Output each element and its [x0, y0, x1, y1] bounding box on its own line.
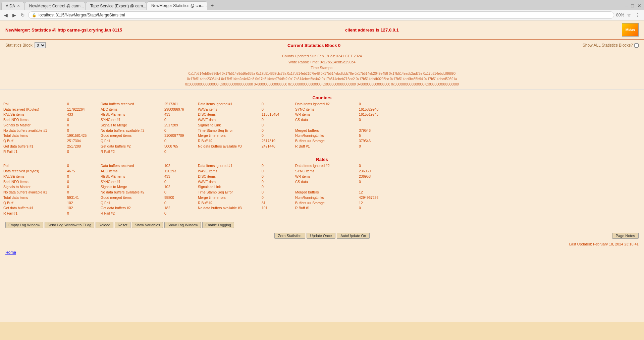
c-empty25 — [392, 149, 466, 155]
c-empty17 — [392, 138, 466, 144]
address-bar-row: ◀ ▶ ↻ 🔒 localhost:8115/NewMerger/Stats/M… — [0, 10, 644, 20]
c-bufstor-lbl: Buffers => Storage — [294, 138, 358, 144]
r-bufstor-val: 12 — [358, 201, 392, 206]
address-bar[interactable]: 🔒 localhost:8115/NewMerger/Stats/MergeSt… — [28, 11, 614, 19]
extensions-button[interactable]: ⋮ — [634, 12, 641, 18]
stats-block-label-group: Statistics Block 0 — [5, 42, 46, 48]
r-wave-lbl: WAVE items — [197, 169, 261, 174]
c-goodmerge-lbl: Good merged items — [100, 133, 164, 138]
c-mergebuf-val: 379546 — [358, 128, 392, 133]
c-empty5 — [392, 112, 466, 117]
forward-button[interactable]: ▶ — [11, 12, 17, 18]
c-badinfo-val: 0 — [66, 117, 100, 123]
browser-chrome: AIDA ✕ NewMerger: Control @ carm... ✕ Ta… — [0, 0, 644, 20]
stats-block-select[interactable]: 0 — [35, 42, 46, 48]
tab-tape[interactable]: Tape Service (Expert) @ cam... ✕ — [86, 2, 146, 10]
maximize-button[interactable]: □ — [630, 3, 635, 8]
show-log-window-button[interactable]: Show Log Window — [164, 222, 201, 228]
r-empty16 — [466, 195, 499, 201]
c-empty24 — [358, 149, 392, 155]
c-empty1 — [392, 102, 466, 107]
c-mergetime-lbl: Merge time errors — [197, 133, 261, 138]
r-empty22 — [261, 211, 294, 216]
page-title: NewMerger: Statistics @ http carme-gsi.c… — [5, 27, 122, 33]
autoupdate-on-button[interactable]: AutoUpdate On — [337, 233, 370, 239]
c-syncerr-lbl: SYNC err #1 — [100, 117, 164, 123]
r-empty2 — [466, 163, 499, 169]
enable-logging-button[interactable]: Enable Logging — [202, 222, 234, 228]
r-wr-val: 236953 — [358, 174, 392, 179]
reset-button[interactable]: Reset — [115, 222, 130, 228]
tab-stats[interactable]: NewMerger Statistics @ car... ✕ — [147, 1, 207, 10]
send-log-elog-button[interactable]: Send Log Window to ELog — [45, 222, 94, 228]
last-updated: Last Updated: February 18, 2024 23:16:41 — [0, 241, 644, 247]
rate-row-9: Get data buffers #1 102 Get data buffers… — [3, 206, 641, 211]
c-wr-val: 1615519745 — [358, 112, 392, 117]
r-mergebuf-lbl: Merged buffers — [294, 190, 358, 195]
page-content: NewMerger: Statistics @ http carme-gsi.c… — [0, 20, 644, 322]
page-notes-button[interactable]: Page Notes — [612, 233, 639, 239]
c-poll-lbl: Poll — [3, 102, 66, 107]
stats-info: Counts Updated Sun Feb 18 23:16:41 CET 2… — [0, 51, 644, 90]
rates-header: Rates — [0, 154, 644, 163]
back-button[interactable]: ◀ — [3, 12, 9, 18]
tab-aida[interactable]: AIDA ✕ — [1, 2, 24, 10]
c-empty10 — [358, 123, 392, 128]
tab-stats-close[interactable]: ✕ — [206, 4, 207, 8]
timestamps-line1: 0x17b514ebf5e296b4 0x17b514e9dd6e638a 0x… — [5, 71, 639, 76]
minimize-button[interactable]: ─ — [623, 3, 629, 8]
r-pause-lbl: PAUSE items — [3, 174, 66, 179]
r-totaldata-lbl: Total data items — [3, 195, 66, 201]
rate-row-1: Poll 0 Data buffers received 102 Data it… — [3, 163, 641, 169]
r-getdata2-lbl: Get data buffers #2 — [100, 206, 164, 211]
tab-control[interactable]: NewMerger: Control @ carm... ✕ — [25, 2, 85, 10]
c-empty14 — [466, 128, 499, 133]
close-button[interactable]: ✕ — [636, 3, 643, 8]
r-empty25 — [392, 211, 466, 216]
r-poll-lbl: Poll — [3, 163, 66, 169]
tab-bar: AIDA ✕ NewMerger: Control @ carm... ✕ Ta… — [0, 0, 644, 10]
r-adc-val: 120293 — [164, 169, 197, 174]
r-ndbuf3-lbl: No data buffers available #3 — [197, 206, 261, 211]
new-tab-button[interactable]: + — [208, 1, 216, 10]
zero-statistics-button[interactable]: Zero Statistics — [274, 233, 305, 239]
r-badinfo-val: 0 — [66, 179, 100, 185]
r-databuf-lbl: Data buffers received — [100, 163, 164, 169]
reload-browser-button[interactable]: ↻ — [19, 12, 26, 18]
home-link[interactable]: Home — [0, 247, 644, 258]
c-getdata2-val: 5008765 — [164, 144, 197, 149]
r-s2m-val: 0 — [66, 184, 100, 190]
r-empty26 — [466, 211, 499, 216]
bookmarks-button[interactable]: ☆ — [626, 12, 633, 18]
update-once-button[interactable]: Update Once — [307, 233, 336, 239]
c-pause-lbl: PAUSE items — [3, 112, 66, 117]
tab-aida-close[interactable]: ✕ — [17, 4, 20, 8]
counter-row-10: R Fail #1 0 R Fail #2 0 — [3, 149, 641, 155]
rate-row-7: Total data items 593141 Good merged item… — [3, 195, 641, 201]
rate-row-6: No data buffers available #1 0 No data b… — [3, 190, 641, 195]
c-s2merge-lbl: Signals to Merge — [100, 123, 164, 128]
r-rbuff2-val: 81 — [261, 201, 294, 206]
show-variables-button[interactable]: Show Variables — [132, 222, 163, 228]
r-empty13 — [392, 190, 466, 195]
url-display: localhost:8115/NewMerger/Stats/MergeStat… — [39, 13, 610, 17]
r-dr-val: 4675 — [66, 169, 100, 174]
c-qfail-lbl: Q Fail — [100, 138, 164, 144]
empty-log-window-button[interactable]: Empty Log Window — [5, 222, 43, 228]
reload-button[interactable]: Reload — [96, 222, 113, 228]
c-databuf-val: 2517301 — [164, 102, 197, 107]
c-rfail2-lbl: R Fail #2 — [100, 149, 164, 155]
r-dr-lbl: Data received (Kbytes) — [3, 169, 66, 174]
r-pause-val: 0 — [66, 174, 100, 179]
r-empty4 — [466, 169, 499, 174]
c-databuf-lbl: Data buffers received — [100, 102, 164, 107]
c-wave-lbl: WAVE items — [197, 107, 261, 112]
c-rbuff1-lbl: R Buff #1 — [294, 144, 358, 149]
c-s2m-val: 0 — [66, 123, 100, 128]
r-rfail2-val: 0 — [164, 211, 197, 216]
show-all-checkbox[interactable] — [634, 43, 639, 48]
r-empty23 — [294, 211, 358, 216]
c-di2-val: 0 — [358, 102, 392, 107]
counter-row-2: Data received (Kbytes) 117922264 ADC ite… — [3, 107, 641, 112]
r-mergetime-lbl: Merge time errors — [197, 195, 261, 201]
